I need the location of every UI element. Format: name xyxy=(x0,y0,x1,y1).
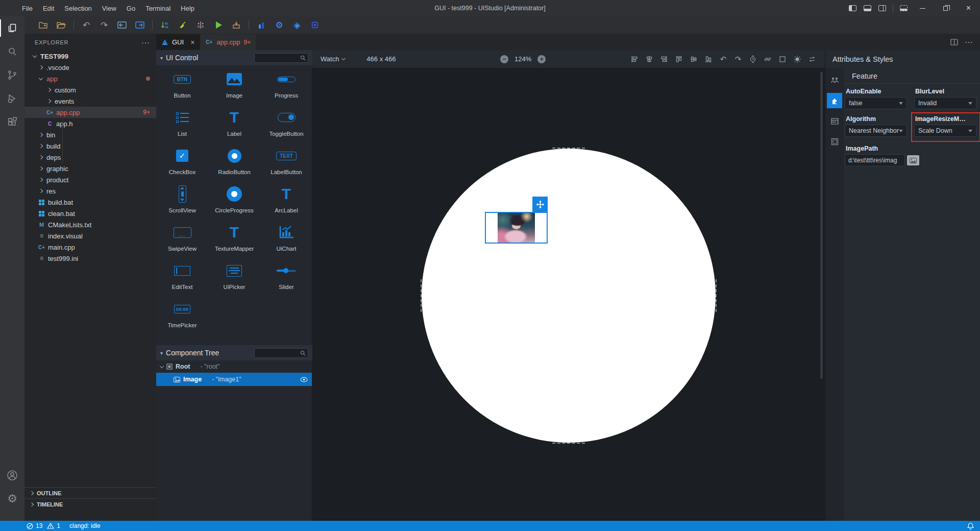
explorer-actions-icon[interactable]: ··· xyxy=(141,38,150,46)
toggle-secondary-sidebar-icon[interactable] xyxy=(878,5,886,11)
control-texturemapper[interactable]: TTextureMapper xyxy=(208,219,260,257)
deploy-package-icon[interactable] xyxy=(231,19,242,31)
visibility-eye-icon[interactable] xyxy=(300,377,308,382)
align-middle-vertical-icon[interactable] xyxy=(688,54,699,64)
timeline-section[interactable]: TIMELINE xyxy=(24,498,156,510)
control-togglebutton[interactable]: ToggleButton xyxy=(260,104,312,142)
menu-go[interactable]: Go xyxy=(122,3,140,14)
brightness-sun-icon[interactable] xyxy=(792,54,803,64)
open-folder-icon[interactable] xyxy=(56,19,67,31)
control-swipeview[interactable]: ...SwipeView xyxy=(156,219,208,257)
browse-image-button[interactable] xyxy=(907,155,919,165)
bind-link-icon[interactable] xyxy=(762,54,773,64)
notifications-bell-icon[interactable] xyxy=(967,522,974,529)
tree-item-product[interactable]: product xyxy=(24,174,156,185)
tree-item-test999-ini[interactable]: ≡test999.ini xyxy=(24,253,156,264)
restore-button[interactable] xyxy=(934,0,957,16)
tab-gui[interactable]: GUI × xyxy=(156,34,200,50)
clangd-status[interactable]: clangd: idle xyxy=(69,522,101,529)
feature-puzzle-icon[interactable] xyxy=(827,93,842,108)
zoom-in-button[interactable]: + xyxy=(537,55,546,63)
control-scrollview[interactable]: ScrollView xyxy=(156,180,208,219)
transform-swap-icon[interactable] xyxy=(806,54,818,64)
extensions-icon[interactable] xyxy=(0,110,24,134)
menu-help[interactable]: Help xyxy=(176,3,199,14)
tab-app-cpp[interactable]: C+ app.cpp 9+ xyxy=(200,34,256,50)
more-actions-icon[interactable]: ⋯ xyxy=(965,37,973,47)
problems-status[interactable]: 13 1 xyxy=(27,522,60,529)
component-tree-search-input[interactable] xyxy=(257,350,300,356)
tree-item-index-visual[interactable]: ≡index.visual xyxy=(24,230,156,242)
tree-item-vscode[interactable]: .vscode xyxy=(24,62,156,73)
control-timepicker[interactable]: 00:00TimePicker xyxy=(156,295,208,333)
tree-item-main-cpp[interactable]: C+main.cpp xyxy=(24,242,156,253)
clean-broom-icon[interactable] xyxy=(177,19,188,31)
tree-item-bin[interactable]: bin xyxy=(24,129,156,140)
control-arclabel[interactable]: TArcLabel xyxy=(260,180,312,219)
control-checkbox[interactable]: ✓CheckBox xyxy=(156,142,208,180)
imagepath-input[interactable]: d:\test\ttt\res\imag xyxy=(845,154,905,166)
control-progress[interactable]: Progress xyxy=(260,65,312,104)
control-circleprogress[interactable]: CircleProgress xyxy=(208,180,260,219)
close-tab-icon[interactable]: × xyxy=(190,38,194,46)
tree-item-app[interactable]: app xyxy=(24,73,156,84)
control-slider[interactable]: Slider xyxy=(260,257,312,295)
tree-node-root[interactable]: Root - "root" xyxy=(156,360,312,373)
undo-icon[interactable]: ↶ xyxy=(718,54,729,64)
ui-control-search-input[interactable] xyxy=(257,55,300,61)
toggle-panel-icon[interactable] xyxy=(864,5,871,11)
control-edittext[interactable]: EditText xyxy=(156,257,208,295)
export-view-icon[interactable] xyxy=(134,19,145,31)
gears-icon[interactable]: ⚙ xyxy=(274,19,285,31)
tree-item-cmakelists[interactable]: MCMakeLists.txt xyxy=(24,219,156,230)
tree-item-res[interactable]: res xyxy=(24,185,156,197)
design-canvas[interactable] xyxy=(312,68,825,521)
explorer-files-icon[interactable] xyxy=(0,16,24,40)
run-play-icon[interactable] xyxy=(213,19,224,31)
settings-gear-icon[interactable]: ⚙ xyxy=(0,487,24,511)
chip-icon[interactable] xyxy=(309,19,321,31)
control-list[interactable]: List xyxy=(156,104,208,142)
format-tool-icon[interactable] xyxy=(195,19,206,31)
control-image[interactable]: Image xyxy=(208,65,260,104)
collapse-caret-icon[interactable]: ▾ xyxy=(160,350,163,356)
align-bottom-icon[interactable] xyxy=(703,54,714,64)
control-radiobutton[interactable]: RadioButton xyxy=(208,142,260,180)
close-button[interactable]: × xyxy=(957,0,980,16)
collapse-caret-icon[interactable]: ▾ xyxy=(160,55,163,61)
account-icon[interactable] xyxy=(0,464,24,487)
tree-item-test999[interactable]: TEST999 xyxy=(24,51,156,62)
menu-edit[interactable]: Edit xyxy=(38,3,59,14)
zoom-out-button[interactable]: − xyxy=(500,55,508,63)
minimize-button[interactable] xyxy=(911,0,934,16)
outline-section[interactable]: OUTLINE xyxy=(24,487,156,498)
tree-item-deps[interactable]: deps xyxy=(24,152,156,163)
undo-icon[interactable]: ↶ xyxy=(81,19,92,31)
tree-node-image1[interactable]: Image - "image1" xyxy=(156,373,312,386)
chart-icon[interactable] xyxy=(256,19,267,31)
menu-view[interactable]: View xyxy=(97,3,121,14)
tree-item-app-cpp[interactable]: C+app.cpp9+ xyxy=(24,107,156,118)
canvas-scrollbar[interactable] xyxy=(820,71,823,379)
tree-item-events[interactable]: events xyxy=(24,95,156,107)
new-folder-icon[interactable] xyxy=(38,19,49,31)
import-view-icon[interactable] xyxy=(116,19,128,31)
watch-preview-icon[interactable] xyxy=(747,54,758,64)
redo-icon[interactable]: ↷ xyxy=(732,54,744,64)
menu-terminal[interactable]: Terminal xyxy=(141,3,175,14)
control-button[interactable]: BTNButton xyxy=(156,65,208,104)
border-box-icon[interactable] xyxy=(777,54,788,64)
sort-numeric-icon[interactable]: 0110 xyxy=(159,19,170,31)
split-editor-icon[interactable] xyxy=(948,37,960,47)
tree-item-app-h[interactable]: Capp.h xyxy=(24,118,156,129)
layout-box-icon[interactable] xyxy=(827,134,842,149)
source-control-icon[interactable] xyxy=(0,63,24,87)
control-uichart[interactable]: UiChart xyxy=(260,219,312,257)
imageresizemode-dropdown[interactable]: Scale Down xyxy=(914,125,976,137)
ui-control-search[interactable] xyxy=(254,53,308,63)
control-label[interactable]: TLabel xyxy=(208,104,260,142)
redo-icon[interactable]: ↷ xyxy=(99,19,110,31)
align-top-icon[interactable] xyxy=(673,54,684,64)
root-circle-surface[interactable] xyxy=(422,149,716,443)
algorithm-dropdown[interactable]: Nearest Neighbor xyxy=(845,125,907,137)
